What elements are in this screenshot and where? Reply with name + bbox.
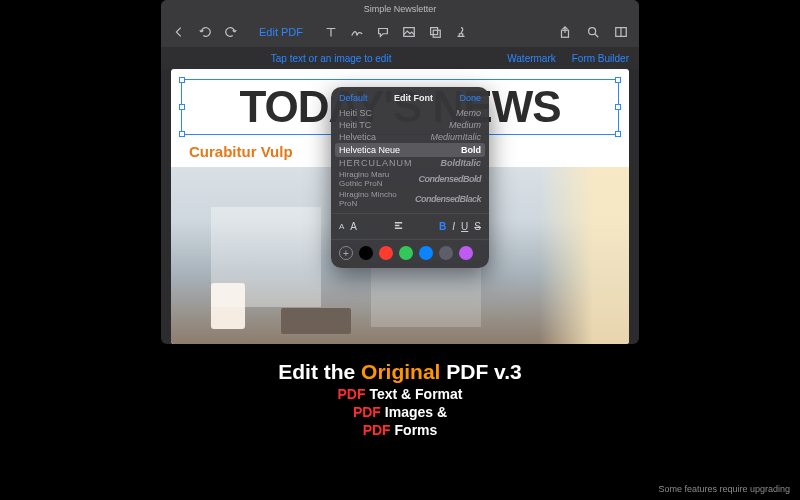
promo-line-3: PDF Forms <box>0 422 800 438</box>
svg-rect-0 <box>404 28 415 37</box>
color-swatch-black[interactable] <box>359 246 373 260</box>
strike-toggle[interactable]: S <box>474 221 481 232</box>
promo-line-2: PDF Images & <box>0 404 800 420</box>
font-option[interactable]: Helvetica MediumItalic <box>331 131 489 143</box>
watermark-link[interactable]: Watermark <box>507 53 556 64</box>
selection-handle[interactable] <box>615 131 621 137</box>
signature-tool-icon[interactable] <box>349 24 365 40</box>
color-swatch-red[interactable] <box>379 246 393 260</box>
text-tool-icon[interactable] <box>323 24 339 40</box>
undo-icon[interactable] <box>197 24 213 40</box>
promo-block: Edit the Original PDF v.3 PDF Text & For… <box>0 360 800 438</box>
window-title: Simple Newsletter <box>364 4 437 14</box>
svg-rect-1 <box>431 28 438 35</box>
font-option[interactable]: Heiti TC Medium <box>331 119 489 131</box>
font-done-button[interactable]: Done <box>459 93 481 103</box>
font-option[interactable]: Hiragino Maru Gothic ProN CondensedBold <box>331 169 489 189</box>
italic-toggle[interactable]: I <box>452 221 455 232</box>
color-swatch-green[interactable] <box>399 246 413 260</box>
add-color-icon[interactable]: + <box>339 246 353 260</box>
underline-toggle[interactable]: U <box>461 221 468 232</box>
search-icon[interactable] <box>585 24 601 40</box>
font-option[interactable]: HERCULANUM BoldItalic <box>331 157 489 169</box>
font-option[interactable]: Heiti SC Memo <box>331 107 489 119</box>
color-swatch-blue[interactable] <box>419 246 433 260</box>
selection-handle[interactable] <box>615 104 621 110</box>
panels-icon[interactable] <box>613 24 629 40</box>
window-titlebar: Simple Newsletter <box>161 0 639 17</box>
font-format-row: A A B I U S <box>331 213 489 239</box>
share-icon[interactable] <box>557 24 573 40</box>
edit-font-popover: Default Edit Font Done Heiti SC Memo Hei… <box>331 87 489 268</box>
promo-headline: Edit the Original PDF v.3 <box>0 360 800 384</box>
sub-toolbar: Tap text or an image to edit Watermark F… <box>161 47 639 69</box>
align-toggle-icon[interactable] <box>393 220 404 233</box>
comment-tool-icon[interactable] <box>375 24 391 40</box>
font-popover-title: Edit Font <box>394 93 433 103</box>
selection-handle[interactable] <box>179 104 185 110</box>
font-option[interactable]: Hiragino Mincho ProN CondensedBlack <box>331 189 489 209</box>
photo-table <box>281 308 351 334</box>
font-option-selected[interactable]: Helvetica Neue Bold <box>335 143 485 157</box>
subhead-text[interactable]: Curabitur Vulp <box>189 143 293 160</box>
svg-point-4 <box>589 28 596 35</box>
font-colors: + <box>331 239 489 268</box>
font-size-larger[interactable]: A <box>350 221 357 232</box>
font-default-button[interactable]: Default <box>339 93 368 103</box>
image-tool-icon[interactable] <box>401 24 417 40</box>
bold-toggle[interactable]: B <box>439 221 446 232</box>
back-icon[interactable] <box>171 24 187 40</box>
color-swatch-gray[interactable] <box>439 246 453 260</box>
redo-icon[interactable] <box>223 24 239 40</box>
footnote: Some features require upgrading <box>658 484 790 494</box>
stamp-tool-icon[interactable] <box>453 24 469 40</box>
font-size-smaller[interactable]: A <box>339 222 344 231</box>
form-builder-link[interactable]: Form Builder <box>572 53 629 64</box>
selection-handle[interactable] <box>179 77 185 83</box>
edit-mode-label[interactable]: Edit PDF <box>259 26 303 38</box>
svg-rect-2 <box>433 30 440 37</box>
color-swatch-purple[interactable] <box>459 246 473 260</box>
app-window: Simple Newsletter Edit PDF <box>161 0 639 344</box>
selection-handle[interactable] <box>179 131 185 137</box>
photo-chair <box>211 283 245 329</box>
copy-tool-icon[interactable] <box>427 24 443 40</box>
toolbar: Edit PDF <box>161 17 639 47</box>
edit-hint: Tap text or an image to edit <box>171 53 491 64</box>
selection-handle[interactable] <box>615 77 621 83</box>
promo-line-1: PDF Text & Format <box>0 386 800 402</box>
